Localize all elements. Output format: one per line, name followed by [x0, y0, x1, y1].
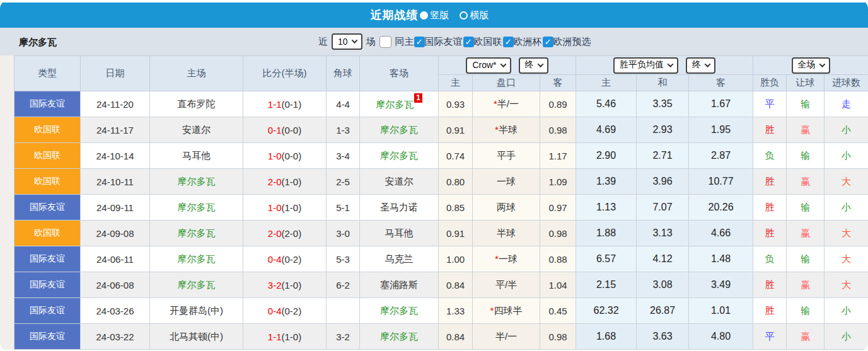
home-team-name[interactable]: 马耳他 — [182, 150, 211, 161]
avg-draw: 3.35 — [637, 91, 689, 117]
home-team-name[interactable]: 摩尔多瓦 — [178, 227, 216, 238]
result-goals: 大 — [825, 169, 868, 195]
avg-draw: 3.96 — [637, 169, 689, 195]
avg-home: 1.39 — [576, 169, 637, 195]
handicap-label: 半/一 — [495, 331, 517, 342]
home-team-name[interactable]: 摩尔多瓦 — [178, 202, 216, 212]
result-handicap: 赢 — [787, 272, 825, 298]
odds-away: 0.98 — [540, 324, 576, 350]
competition-checkbox[interactable] — [463, 37, 474, 47]
score-cell: 0-4(0-2) — [243, 246, 327, 272]
avg-away: 2.87 — [689, 143, 753, 169]
avg-away: 20.26 — [689, 195, 753, 221]
half-time-score: (0-0) — [282, 125, 302, 135]
home-team-name[interactable]: 安道尔 — [182, 124, 211, 135]
home-team: 安道尔 — [150, 117, 243, 143]
result-wdl: 胜 — [753, 195, 787, 221]
scope-select[interactable]: 全场 — [792, 57, 830, 74]
handicap-label: 平/半 — [495, 279, 517, 290]
odds-time-select[interactable]: 终 — [519, 57, 548, 74]
full-time-score: 0-1 — [268, 125, 282, 135]
avg-time-select[interactable]: 终 — [686, 57, 715, 74]
sub-header-avg-home: 主 — [576, 75, 637, 91]
avg-draw: 2.93 — [637, 117, 689, 143]
score-cell: 0-4(0-2) — [243, 298, 327, 324]
competition-label[interactable]: 国际友谊 — [425, 36, 463, 48]
away-team-name[interactable]: 摩尔多瓦 — [380, 150, 418, 161]
home-team-name[interactable]: 摩尔多瓦 — [178, 176, 216, 187]
away-team-name[interactable]: 圣马力诺 — [380, 202, 418, 212]
result-wdl: 负 — [753, 246, 787, 272]
handicap-label: 半球 — [499, 124, 518, 135]
sub-header-goals: 进球数 — [825, 75, 868, 91]
horizontal-layout-radio[interactable] — [460, 11, 468, 20]
home-team-name[interactable]: 摩尔多瓦 — [178, 279, 216, 290]
avg-away: 4.80 — [689, 324, 753, 350]
odds-home: 0.84 — [439, 272, 473, 298]
home-team-name[interactable]: 直布罗陀 — [178, 98, 216, 109]
match-type-badge: 国际友谊 — [14, 324, 81, 350]
away-team-name[interactable]: 摩尔多瓦 — [380, 124, 418, 135]
odds-home: 0.93 — [439, 91, 473, 117]
chevron-down-icon — [500, 61, 506, 67]
result-goals: 小 — [825, 117, 868, 143]
result-goals: 小 — [825, 195, 868, 221]
away-team-name[interactable]: 摩尔多瓦 — [380, 331, 418, 342]
score-cell: 1-1(1-0) — [243, 324, 327, 350]
away-team-name[interactable]: 乌克兰 — [385, 253, 414, 264]
handicap-label: 两球 — [497, 202, 516, 212]
result-handicap: 输 — [787, 143, 825, 169]
table-row: 欧国联 24-11-17 安道尔 0-1(0-0) 1-3 摩尔多瓦 0.91 … — [14, 117, 868, 143]
half-time-score: (0-2) — [282, 306, 302, 316]
match-type-badge: 国际友谊 — [14, 246, 81, 272]
team-name: 摩尔多瓦 — [19, 37, 57, 49]
away-team: 摩尔多瓦 — [360, 143, 439, 169]
handicap-label: 半/一 — [497, 98, 519, 109]
odds-home: 0.91 — [439, 221, 473, 246]
chevron-down-icon — [668, 61, 674, 67]
avg-draw: 2.71 — [637, 143, 689, 169]
result-wdl: 负 — [753, 143, 787, 169]
avg-away: 1.01 — [689, 298, 753, 324]
competition-checkbox[interactable] — [543, 37, 553, 47]
vertical-layout-label[interactable]: 竖版 — [431, 9, 449, 21]
match-date: 24-06-11 — [81, 246, 150, 272]
result-goals: 小 — [825, 298, 868, 324]
away-team: 安道尔 — [360, 169, 439, 195]
handicap-cell: *半球 — [473, 117, 540, 143]
horizontal-layout-label[interactable]: 横版 — [470, 9, 489, 21]
odds-company-select[interactable]: Crow* — [466, 57, 511, 74]
result-handicap: 输 — [787, 91, 825, 117]
same-home-checkbox[interactable] — [379, 36, 391, 48]
half-time-score: (0-1) — [282, 99, 302, 110]
match-type-label: 欧国联 — [34, 227, 61, 238]
result-goals: 小 — [825, 324, 868, 350]
score-cell: 0-1(0-0) — [243, 117, 327, 143]
competition-label[interactable]: 欧洲杯 — [514, 36, 542, 48]
chevron-down-icon — [351, 37, 357, 43]
result-wdl: 胜 — [753, 169, 787, 195]
same-home-label[interactable]: 同主 — [395, 36, 414, 48]
home-team-name[interactable]: 开曼群岛(中) — [170, 305, 223, 316]
home-team: 摩尔多瓦 — [150, 246, 243, 272]
avg-type-select[interactable]: 胜平负均值 — [613, 57, 678, 74]
away-team-name[interactable]: 安道尔 — [385, 176, 414, 187]
avg-home: 4.69 — [576, 117, 637, 143]
competition-checkbox[interactable] — [414, 37, 425, 47]
avg-header-group: 胜平负均值 终 — [576, 56, 753, 75]
competition-filters: 国际友谊欧国联欧洲杯欧洲预选 — [414, 36, 592, 48]
away-team-name[interactable]: 塞浦路斯 — [380, 279, 418, 290]
competition-label[interactable]: 欧洲预选 — [553, 36, 591, 48]
handicap-cell: 一球 — [473, 169, 540, 195]
away-team-name[interactable]: 马耳他 — [385, 227, 414, 238]
competition-checkbox[interactable] — [503, 37, 514, 47]
home-team-name[interactable]: 北马其顿(中) — [170, 331, 223, 342]
away-team-name[interactable]: 摩尔多瓦 — [376, 99, 414, 110]
home-team-name[interactable]: 摩尔多瓦 — [178, 253, 216, 264]
result-goals: 大 — [825, 221, 868, 246]
recent-count-select[interactable]: 10 — [332, 33, 362, 50]
away-team-name[interactable]: 摩尔多瓦 — [380, 305, 418, 316]
vertical-layout-radio[interactable] — [420, 11, 428, 20]
competition-label[interactable]: 欧国联 — [474, 36, 502, 48]
score-cell: 1-0(1-0) — [243, 195, 327, 221]
